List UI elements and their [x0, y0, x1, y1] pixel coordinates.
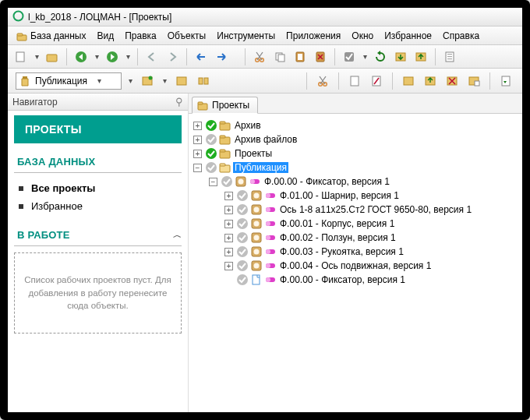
tool-last[interactable]	[497, 72, 514, 90]
separator	[186, 48, 187, 65]
menu-view[interactable]: Вид	[91, 29, 119, 43]
tool-grp-c[interactable]	[443, 72, 461, 90]
addr-tool-1[interactable]	[139, 72, 156, 90]
folder-icon	[219, 133, 231, 146]
address-combo[interactable]: ▾	[16, 72, 122, 90]
svg-rect-12	[298, 54, 302, 60]
svg-rect-70	[266, 221, 270, 226]
tool-next[interactable]	[164, 48, 181, 65]
svg-rect-60	[266, 193, 270, 198]
tool-arrow-right[interactable]	[213, 48, 230, 65]
tool-back[interactable]	[72, 48, 90, 65]
expander[interactable]	[224, 262, 233, 270]
tool-doc-2b[interactable]	[368, 72, 385, 90]
assembly-icon	[250, 231, 263, 244]
node-label[interactable]: Ф.00.03 - Рукоятка, версия 1	[278, 246, 405, 257]
nav-section-database[interactable]: БАЗА ДАННЫХ	[14, 154, 182, 173]
menu-edit[interactable]: Правка	[119, 29, 162, 43]
expander[interactable]	[224, 234, 233, 242]
node-label[interactable]: Публикация	[233, 162, 288, 173]
check-grey-icon	[221, 175, 233, 188]
address-input[interactable]	[34, 75, 94, 87]
chevron-down-icon[interactable]: ▾	[97, 76, 101, 85]
tool-export[interactable]	[412, 48, 429, 65]
expander[interactable]	[224, 220, 233, 228]
svg-point-76	[237, 246, 248, 257]
menu-help[interactable]: Справка	[437, 29, 485, 43]
menu-database[interactable]: База данных	[11, 29, 91, 43]
bullet-icon	[19, 204, 23, 209]
node-label[interactable]: Ф.01.00 - Шарнир, версия 1	[278, 190, 401, 201]
tool-doc[interactable]	[441, 48, 458, 65]
tool-new-dropdown[interactable]: ▾	[33, 52, 41, 61]
tool-grp-d[interactable]	[465, 72, 482, 90]
tool-doc-2a[interactable]	[346, 72, 363, 90]
tool-refresh[interactable]	[372, 48, 389, 65]
expander[interactable]	[193, 164, 202, 172]
navigator-pane: Навигатор ⚲ ПРОЕКТЫ БАЗА ДАННЫХ Все прое…	[8, 94, 189, 412]
tool-arrow-left[interactable]	[193, 48, 210, 65]
expander[interactable]	[224, 248, 233, 256]
node-label[interactable]: Ф.00.04 - Ось подвижная, версия 1	[278, 260, 433, 271]
tree-view[interactable]: Архив Архив файлов Проекты Публикация Ф.…	[189, 114, 522, 412]
pill-icon	[264, 203, 277, 216]
expander[interactable]	[209, 178, 217, 186]
nav-item-favorites[interactable]: Избранное	[14, 197, 182, 215]
node-label[interactable]: Проекты	[233, 148, 274, 159]
menu-apps[interactable]: Приложения	[281, 29, 346, 43]
app-icon	[12, 10, 24, 24]
node-label[interactable]: Архив файлов	[233, 134, 299, 145]
expander[interactable]	[193, 136, 202, 144]
addr-tool-2[interactable]	[173, 72, 190, 90]
node-label[interactable]: Ф.00.02 - Ползун, версия 1	[278, 232, 398, 243]
node-label[interactable]: Ось 1-8 а11х25.Ст2 ГОСТ 9650-80, версия …	[278, 204, 473, 215]
svg-point-78	[254, 249, 260, 255]
node-label[interactable]: Ф.00.00 - Фиксатор, версия 1	[278, 274, 407, 285]
separator	[306, 72, 307, 90]
nav-item-all-projects[interactable]: Все проекты	[14, 179, 182, 197]
tool-open[interactable]	[44, 48, 61, 65]
tool-grp-b[interactable]	[422, 72, 439, 90]
menu-objects[interactable]: Объекты	[162, 29, 212, 43]
node-label[interactable]: Ф.00.01 - Корпус, версия 1	[278, 218, 396, 229]
menu-tools[interactable]: Инструменты	[211, 29, 281, 43]
menu-window[interactable]: Окно	[346, 29, 379, 43]
titlebar: l_kb_2018 - ЛОЦМАН - [Проекты]	[8, 8, 522, 26]
svg-point-68	[254, 221, 260, 227]
expander[interactable]	[224, 192, 233, 200]
tool-prev[interactable]	[143, 48, 161, 65]
addr-tool-1-dropdown[interactable]: ▾	[161, 76, 168, 85]
tool-back-dropdown[interactable]: ▾	[93, 52, 101, 61]
expander[interactable]	[224, 206, 233, 214]
tool-cut-2[interactable]	[314, 72, 331, 90]
tab-projects[interactable]: Проекты	[192, 97, 258, 114]
node-label[interactable]: Ф.00.00 - Фиксатор, версия 1	[263, 176, 391, 187]
toolbar-main: ▾ ▾ ▾ ▾	[8, 45, 522, 69]
tool-forward[interactable]	[104, 48, 121, 65]
tool-check-dropdown[interactable]: ▾	[361, 52, 369, 61]
addr-tool-3[interactable]	[195, 72, 212, 90]
nav-section-inwork[interactable]: В РАБОТЕ︿	[14, 228, 182, 246]
check-grey-icon	[236, 231, 249, 244]
work-dropzone[interactable]: Список рабочих проектов пуст. Для добавл…	[14, 252, 182, 334]
expander[interactable]	[193, 122, 202, 130]
expander[interactable]	[193, 150, 202, 158]
node-label[interactable]: Архив	[233, 120, 263, 131]
address-dropdown[interactable]: ▾	[126, 76, 134, 85]
tool-new[interactable]	[12, 48, 30, 65]
nav-item-label: Избранное	[31, 200, 83, 212]
tool-import[interactable]	[392, 48, 409, 65]
tool-copy[interactable]	[271, 48, 288, 65]
pin-icon[interactable]: ⚲	[175, 96, 183, 108]
separator	[489, 72, 490, 90]
tool-grp-a[interactable]	[400, 72, 417, 90]
tool-forward-dropdown[interactable]: ▾	[124, 52, 132, 61]
svg-rect-24	[177, 77, 186, 85]
tool-delete[interactable]	[312, 48, 329, 65]
tool-cut[interactable]	[251, 48, 268, 65]
svg-rect-4	[47, 55, 57, 62]
tool-check[interactable]	[341, 48, 358, 65]
tool-paste[interactable]	[292, 48, 309, 65]
menu-favorites[interactable]: Избранное	[379, 29, 437, 43]
svg-rect-35	[475, 81, 479, 86]
